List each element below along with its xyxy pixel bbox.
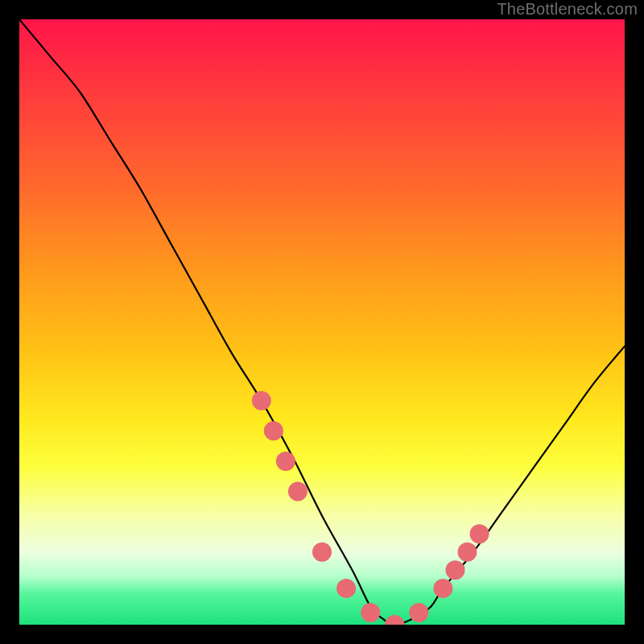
- bottleneck-chart: [19, 19, 625, 625]
- highlighted-points-group: [252, 391, 489, 625]
- highlight-point: [409, 603, 428, 622]
- watermark-text: TheBottleneck.com: [497, 0, 638, 19]
- highlight-point: [336, 579, 356, 598]
- highlight-point: [288, 482, 308, 502]
- highlight-point: [361, 603, 380, 622]
- highlight-point: [385, 615, 404, 625]
- highlight-point: [445, 560, 464, 580]
- highlight-point: [252, 391, 271, 411]
- highlight-point: [264, 421, 283, 440]
- highlight-point: [312, 543, 332, 562]
- bottleneck-curve-path: [19, 19, 625, 625]
- highlight-point: [457, 543, 477, 562]
- chart-frame: [19, 19, 625, 625]
- highlight-point: [433, 579, 452, 598]
- highlight-point: [470, 524, 489, 543]
- highlight-point: [276, 452, 295, 471]
